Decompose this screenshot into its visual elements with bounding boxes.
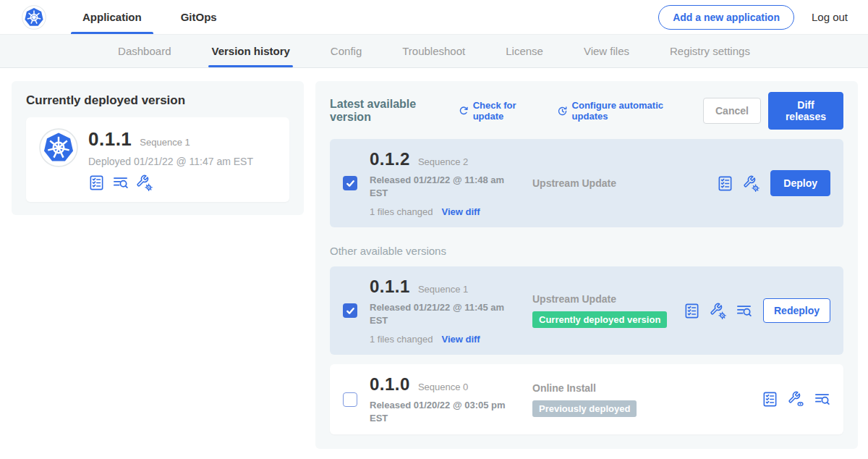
- redeploy-button[interactable]: Redeploy: [763, 298, 830, 323]
- cancel-button[interactable]: Cancel: [703, 98, 761, 124]
- preflight-checks-icon[interactable]: [88, 174, 105, 191]
- available-panel-title: Latest available version: [330, 98, 446, 124]
- subnav-view-files[interactable]: View files: [582, 35, 631, 67]
- add-application-button[interactable]: Add a new application: [658, 5, 794, 30]
- app-subnav: Dashboard Version history Config Trouble…: [0, 35, 868, 68]
- source-label: Online Install: [532, 382, 749, 394]
- subnav-troubleshoot[interactable]: Troubleshoot: [401, 35, 467, 67]
- currently-deployed-badge: Currently deployed version: [532, 311, 667, 328]
- row-actions: [762, 391, 830, 408]
- preflight-checks-icon[interactable]: [684, 303, 700, 319]
- version-number: 0.1.2: [370, 149, 410, 169]
- files-changed-label: 1 files changed: [370, 206, 433, 217]
- sequence-label: Sequence 1: [418, 284, 468, 295]
- view-diff-link[interactable]: View diff: [441, 334, 480, 345]
- deploy-logs-icon[interactable]: [112, 174, 129, 191]
- files-changed-label: 1 files changed: [370, 334, 433, 345]
- other-versions-title: Other available versions: [330, 245, 843, 257]
- tab-application-label: Application: [82, 11, 142, 23]
- version-row-0-1-2: 0.1.2 Sequence 2 Released 01/21/22 @ 11:…: [330, 139, 843, 227]
- tab-application[interactable]: Application: [71, 0, 153, 34]
- version-info: 0.1.1 Sequence 1 Released 01/21/22 @ 11:…: [370, 277, 511, 345]
- deployed-sequence-label: Sequence 1: [140, 137, 190, 148]
- version-info: 0.1.0 Sequence 0 Released 01/20/22 @ 03:…: [370, 374, 511, 424]
- version-source: Upstream Update Currently deployed versi…: [524, 293, 671, 328]
- view-config-icon[interactable]: [788, 391, 804, 408]
- subnav-version-history[interactable]: Version history: [210, 35, 291, 67]
- deploy-logs-icon[interactable]: [814, 391, 830, 408]
- deployed-version-number: 0.1.1: [88, 128, 132, 151]
- tab-gitops-label: GitOps: [181, 11, 217, 23]
- preflight-checks-icon[interactable]: [762, 391, 778, 408]
- row-actions: Redeploy: [684, 298, 830, 323]
- row-actions: Deploy: [717, 170, 830, 196]
- deployed-timestamp: Deployed 01/21/22 @ 11:47 am EST: [88, 156, 253, 167]
- subnav-dashboard[interactable]: Dashboard: [116, 35, 172, 67]
- version-number: 0.1.0: [370, 374, 410, 395]
- logout-link[interactable]: Log out: [812, 11, 848, 23]
- version-checkbox[interactable]: [343, 392, 357, 407]
- header-right: Add a new application Log out: [658, 0, 868, 34]
- version-number: 0.1.1: [370, 277, 410, 297]
- sequence-label: Sequence 2: [418, 156, 468, 167]
- released-timestamp: Released 01/20/22 @ 03:05 pm EST: [370, 399, 511, 424]
- subnav-config[interactable]: Config: [329, 35, 363, 67]
- version-row-0-1-1: 0.1.1 Sequence 1 Released 01/21/22 @ 11:…: [330, 266, 843, 355]
- tab-gitops[interactable]: GitOps: [169, 0, 229, 34]
- released-timestamp: Released 01/21/22 @ 11:48 am EST: [370, 174, 511, 199]
- version-checkbox[interactable]: [343, 176, 357, 190]
- currently-deployed-panel: Currently deployed version 0.1.1 Sequenc…: [12, 81, 304, 215]
- app-header: Application GitOps Add a new application…: [0, 0, 868, 35]
- version-info: 0.1.2 Sequence 2 Released 01/21/22 @ 11:…: [370, 149, 511, 217]
- edit-config-icon[interactable]: [136, 174, 153, 191]
- sequence-label: Sequence 0: [418, 382, 468, 392]
- edit-config-icon[interactable]: [743, 175, 760, 192]
- deploy-button[interactable]: Deploy: [770, 170, 830, 196]
- check-icon: [346, 306, 355, 316]
- subnav-license[interactable]: License: [504, 35, 545, 67]
- deployed-panel-title: Currently deployed version: [26, 93, 289, 108]
- version-checkbox[interactable]: [343, 303, 357, 318]
- subnav-registry-settings[interactable]: Registry settings: [668, 35, 752, 67]
- clock-refresh-icon: [557, 105, 568, 117]
- kubernetes-logo: [22, 0, 46, 34]
- deploy-logs-icon[interactable]: [736, 303, 752, 319]
- version-row-0-1-0: 0.1.0 Sequence 0 Released 01/20/22 @ 03:…: [330, 364, 843, 434]
- previously-deployed-badge: Previously deployed: [532, 400, 637, 417]
- available-panel-header: Latest available version Check for updat…: [330, 92, 843, 130]
- version-source: Online Install Previously deployed: [524, 382, 749, 417]
- refresh-icon: [458, 105, 469, 117]
- available-versions-panel: Latest available version Check for updat…: [315, 81, 858, 449]
- source-label: Upstream Update: [532, 177, 705, 189]
- check-icon: [346, 179, 355, 188]
- version-source: Upstream Update: [524, 177, 705, 189]
- preflight-checks-icon[interactable]: [717, 175, 733, 192]
- source-label: Upstream Update: [532, 293, 671, 305]
- check-for-update-link[interactable]: Check for update: [458, 100, 541, 122]
- diff-releases-button[interactable]: Diff releases: [768, 92, 843, 130]
- edit-config-icon[interactable]: [710, 303, 726, 319]
- top-navigation: Application GitOps: [71, 0, 244, 34]
- configure-updates-link[interactable]: Configure automatic updates: [557, 100, 687, 122]
- app-logo-icon: [39, 128, 78, 167]
- check-for-update-label: Check for update: [473, 100, 541, 122]
- view-diff-link[interactable]: View diff: [441, 206, 480, 217]
- main-content: Currently deployed version 0.1.1 Sequenc…: [0, 68, 868, 449]
- configure-updates-label: Configure automatic updates: [572, 100, 687, 122]
- deployed-version-card: 0.1.1 Sequence 1 Deployed 01/21/22 @ 11:…: [26, 117, 289, 202]
- released-timestamp: Released 01/21/22 @ 11:45 am EST: [370, 301, 511, 327]
